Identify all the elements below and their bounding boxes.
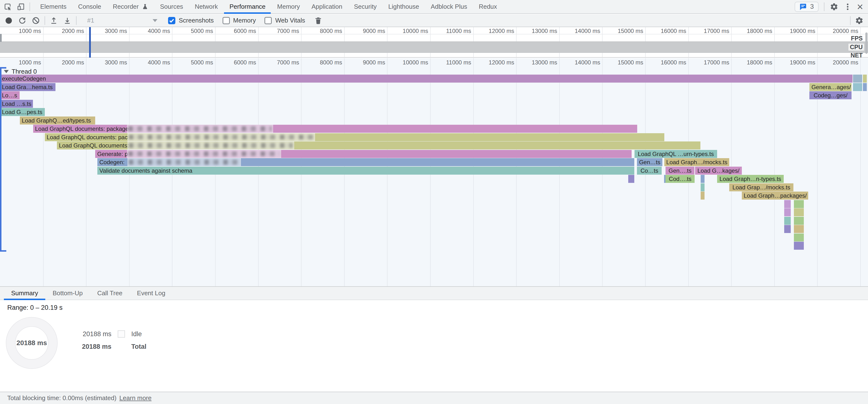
device-toolbar-icon[interactable] (17, 2, 25, 11)
tab-memory[interactable]: Memory (271, 0, 306, 13)
load-profile-icon[interactable] (50, 16, 58, 25)
settings-gear-icon[interactable] (830, 2, 838, 11)
overview-scrollbar-thumb[interactable] (865, 32, 868, 54)
flame-bar-load-g-pes-ts[interactable]: Load G…pes.ts (0, 108, 45, 116)
checkbox-screenshots[interactable]: Screenshots (168, 17, 214, 24)
record-button[interactable] (4, 16, 13, 25)
flame-chart[interactable]: 1000 ms2000 ms3000 ms4000 ms5000 ms6000 … (0, 58, 868, 286)
issues-chat-icon (800, 3, 807, 10)
learn-more-link[interactable]: Learn more (119, 394, 152, 402)
thread-label: Thread 0 (11, 68, 37, 75)
overview-cursor-line[interactable] (89, 27, 91, 58)
overview-window-left-handle[interactable] (0, 34, 2, 42)
flame-bar[interactable] (794, 242, 804, 250)
detail-tab-event-log[interactable]: Event Log (130, 287, 173, 300)
tab-network[interactable]: Network (189, 0, 223, 13)
flame-bar-load-graphql-documents[interactable]: Load GraphQL documents: (57, 142, 701, 150)
more-options-icon[interactable] (843, 2, 852, 11)
flame-bar-load-grap-mocks-ts[interactable]: Load Grap…/mocks.ts (729, 183, 794, 191)
web-vitals-checkbox[interactable] (265, 17, 272, 24)
tab-security[interactable]: Security (348, 0, 382, 13)
save-profile-icon[interactable] (63, 16, 72, 25)
flame-bar[interactable] (794, 217, 804, 225)
flame-bar[interactable] (853, 83, 862, 91)
timeline-overview[interactable]: 1000 ms2000 ms3000 ms4000 ms5000 ms6000 … (0, 27, 868, 58)
flame-bar-co-ts[interactable]: Co…ts (637, 167, 662, 175)
total-value: 20188 ms (78, 343, 112, 350)
checkbox-web-vitals[interactable]: Web Vitals (265, 17, 305, 24)
screenshots-checkbox[interactable] (168, 17, 175, 24)
tab-lighthouse[interactable]: Lighthouse (382, 0, 425, 13)
tab-redux[interactable]: Redux (473, 0, 503, 13)
flame-bar-generate-p[interactable]: Generate: p (95, 150, 631, 158)
flame-bar-load-g-kages[interactable]: Load G…kages/ (695, 167, 742, 175)
flame-bar[interactable] (784, 208, 791, 216)
detail-tab-call-tree[interactable]: Call Tree (90, 287, 130, 300)
flame-bar[interactable] (784, 200, 791, 208)
tab-elements[interactable]: Elements (34, 0, 72, 13)
tab-label: Adblock Plus (431, 3, 467, 10)
flame-bar-validate-documents-against-schema[interactable]: Validate documents against schema (97, 167, 634, 175)
flame-bar[interactable] (784, 217, 791, 225)
redacted-text (127, 158, 241, 166)
idle-value: 20188 ms (78, 330, 112, 338)
tab-label: Recorder (113, 3, 139, 10)
profile-history-select[interactable]: #1 (81, 15, 161, 26)
tab-console[interactable]: Console (72, 0, 107, 13)
flame-bar-genera-ages[interactable]: Genera…ages/ (809, 83, 851, 91)
total-blocking-time-text: Total blocking time: 0.00ms (estimated) (7, 394, 117, 402)
flame-bar[interactable] (701, 183, 705, 191)
flame-bar-codeg-ges[interactable]: Codeg…ges/ (809, 91, 851, 99)
tab-recorder[interactable]: Recorder (107, 0, 154, 13)
flame-bar-gen-ts[interactable]: Gen…ts (637, 158, 662, 166)
detail-tab-summary[interactable]: Summary (4, 287, 45, 300)
flame-bar[interactable] (628, 175, 634, 183)
flame-bar[interactable] (784, 225, 791, 233)
flame-bar-load-graphql-urn-types-ts[interactable]: Load GraphQL …urn-types.ts (634, 150, 717, 158)
close-devtools-icon[interactable]: × (857, 2, 863, 11)
flame-bar-gen-ts[interactable]: Gen….ts (665, 167, 694, 175)
flame-bar[interactable] (794, 234, 804, 242)
flame-bar[interactable] (863, 74, 867, 83)
memory-checkbox[interactable] (223, 17, 230, 24)
flame-bar-load-graphq-ed-types-ts[interactable]: Load GraphQ…ed/types.ts (20, 117, 95, 124)
flame-bar-lo-s[interactable]: Lo…s (0, 91, 20, 99)
flame-bar-cod-ts[interactable]: Cod….ts (665, 175, 694, 183)
flame-bar-load-gra-hema-ts[interactable]: Load Gra…hema.ts (0, 83, 56, 91)
flame-bar[interactable] (863, 83, 867, 91)
tab-application[interactable]: Application (306, 0, 348, 13)
idle-label: Idle (131, 330, 142, 338)
flame-bar[interactable] (853, 74, 862, 83)
tab-performance[interactable]: Performance (223, 0, 271, 13)
clear-recording-icon[interactable] (31, 16, 40, 25)
flame-bar-load-s-ts[interactable]: Load …s.ts (0, 100, 33, 108)
flame-bar-load-graphql-documents-pac[interactable]: Load GraphQL documents: pac (45, 133, 664, 141)
total-label: Total (131, 343, 147, 350)
checkbox-memory[interactable]: Memory (223, 17, 256, 24)
tab-label: Security (354, 3, 377, 10)
thread-header[interactable]: Thread 0 (4, 68, 37, 75)
flame-bar-load-graph-packages[interactable]: Load Graph…packages/ (742, 192, 808, 199)
flame-bar-executecodegen[interactable]: executeCodegen (0, 74, 852, 83)
capture-settings-gear-icon[interactable] (855, 16, 864, 25)
detail-tab-bottom-up[interactable]: Bottom-Up (45, 287, 90, 300)
panel-tabs: ElementsConsoleRecorderSourcesNetworkPer… (34, 0, 503, 13)
tab-sources[interactable]: Sources (154, 0, 189, 13)
flame-bar-load-graphql-documents-package[interactable]: Load GraphQL documents: package (33, 125, 637, 133)
garbage-collect-icon[interactable] (314, 16, 322, 25)
flame-bar-codegen[interactable]: Codegen: (97, 158, 634, 166)
flame-bar-load-graph-mocks-ts[interactable]: Load Graph…/mocks.ts (664, 158, 729, 166)
flame-bar[interactable] (794, 208, 804, 216)
cpu-activity-lane (0, 41, 868, 53)
flame-bar-load-graph-n-types-ts[interactable]: Load Graph…n-types.ts (717, 175, 784, 183)
flame-bar[interactable] (701, 175, 705, 183)
tab-adblock-plus[interactable]: Adblock Plus (425, 0, 473, 13)
flame-bar[interactable] (794, 200, 804, 208)
redacted-text (127, 133, 315, 141)
reload-and-record-icon[interactable] (18, 16, 27, 25)
grid-line (860, 58, 861, 286)
inspect-element-icon[interactable] (3, 2, 12, 11)
flame-bar[interactable] (794, 225, 804, 233)
issues-button[interactable]: 3 (795, 2, 818, 12)
flame-bar[interactable] (701, 192, 705, 199)
